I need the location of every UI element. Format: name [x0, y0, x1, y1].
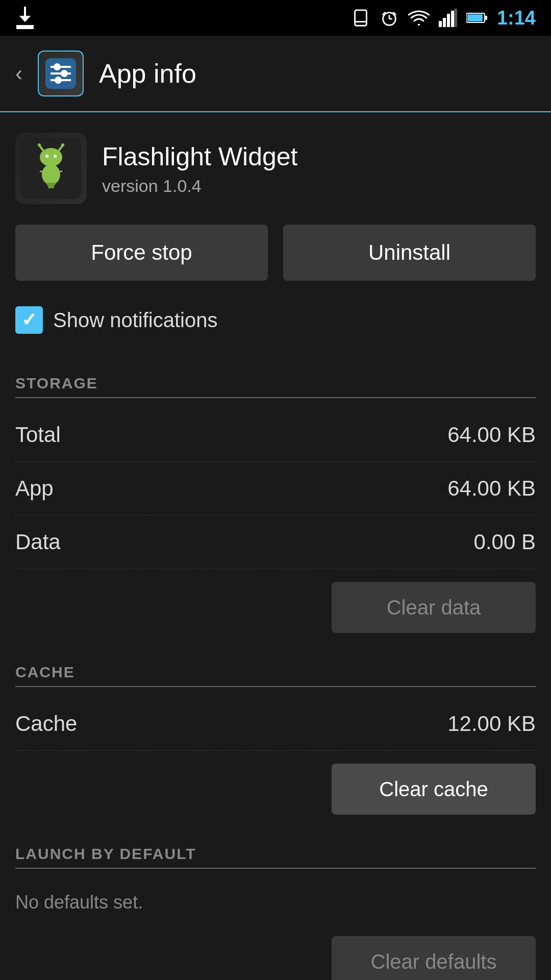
clear-defaults-button[interactable]: Clear defaults [332, 936, 536, 980]
svg-rect-16 [485, 16, 487, 20]
storage-total-label: Total [15, 423, 61, 447]
svg-point-31 [45, 155, 48, 158]
notifications-label: Show notifications [53, 309, 217, 332]
clear-defaults-row: Clear defaults [15, 923, 536, 980]
back-button[interactable]: ‹ [15, 61, 22, 86]
launch-default-divider [15, 868, 536, 869]
svg-rect-13 [451, 11, 454, 27]
battery-icon [466, 8, 488, 28]
svg-point-24 [55, 77, 62, 84]
svg-rect-14 [454, 9, 457, 27]
clear-cache-button[interactable]: Clear cache [332, 764, 536, 815]
storage-data-row: Data 0.00 B [15, 516, 536, 569]
storage-app-label: App [15, 476, 54, 501]
app-info-text: Flashlight Widget version 1.0.4 [102, 141, 298, 196]
uninstall-button[interactable]: Uninstall [283, 225, 536, 281]
no-defaults-text: No defaults set. [15, 879, 536, 923]
app-name: Flashlight Widget [102, 141, 298, 172]
cache-label: Cache [15, 712, 77, 736]
svg-rect-12 [447, 14, 450, 27]
svg-rect-0 [16, 25, 34, 29]
page-title: App info [99, 58, 196, 89]
app-version: version 1.0.4 [102, 176, 298, 196]
storage-app-value: 64.00 KB [447, 476, 536, 501]
svg-point-32 [54, 155, 57, 158]
storage-section-header: STORAGE [15, 364, 536, 397]
storage-divider [15, 397, 536, 398]
notifications-row[interactable]: ✓ Show notifications [15, 301, 536, 339]
content-area: Flashlight Widget version 1.0.4 Force st… [0, 112, 551, 980]
alarm-icon [380, 8, 399, 28]
settings-icon [43, 56, 79, 91]
rotate-icon [351, 8, 370, 28]
svg-rect-10 [439, 21, 442, 27]
action-buttons-row: Force stop Uninstall [15, 225, 536, 281]
signal-icon [439, 8, 457, 28]
svg-point-22 [54, 63, 61, 70]
status-bar: 1:14 [0, 0, 551, 36]
svg-rect-11 [443, 18, 446, 27]
svg-rect-17 [467, 14, 483, 21]
storage-total-value: 64.00 KB [447, 423, 536, 447]
flashlight-app-icon [20, 138, 82, 199]
svg-rect-2 [24, 7, 26, 21]
cache-row: Cache 12.00 KB [15, 697, 536, 751]
cache-value: 12.00 KB [447, 712, 536, 736]
storage-data-label: Data [15, 530, 61, 554]
svg-point-30 [61, 143, 64, 146]
cache-divider [15, 686, 536, 687]
svg-rect-34 [47, 183, 55, 186]
svg-point-33 [42, 164, 60, 185]
storage-total-row: Total 64.00 KB [15, 408, 536, 462]
app-header: Flashlight Widget version 1.0.4 [15, 112, 536, 225]
svg-rect-35 [48, 186, 54, 188]
clear-data-button[interactable]: Clear data [332, 582, 536, 633]
notifications-checkbox[interactable]: ✓ [15, 306, 43, 334]
action-bar: ‹ App info [0, 36, 551, 112]
app-icon-large [15, 133, 87, 204]
force-stop-button[interactable]: Force stop [15, 225, 268, 281]
clear-data-row: Clear data [15, 569, 536, 653]
status-time: 1:14 [497, 7, 536, 29]
wifi-icon [408, 8, 430, 28]
cache-section-header: CACHE [15, 653, 536, 686]
svg-point-23 [61, 70, 68, 77]
svg-rect-3 [355, 10, 367, 26]
status-left-icons [15, 7, 35, 29]
app-icon-small [38, 51, 84, 96]
clear-cache-row: Clear cache [15, 751, 536, 835]
download-icon [15, 7, 35, 29]
checkmark-icon: ✓ [21, 309, 37, 331]
storage-data-value: 0.00 B [474, 530, 536, 554]
storage-app-row: App 64.00 KB [15, 462, 536, 516]
launch-default-section-header: LAUNCH BY DEFAULT [15, 835, 536, 868]
svg-point-28 [38, 143, 41, 146]
status-right-icons: 1:14 [351, 7, 536, 29]
